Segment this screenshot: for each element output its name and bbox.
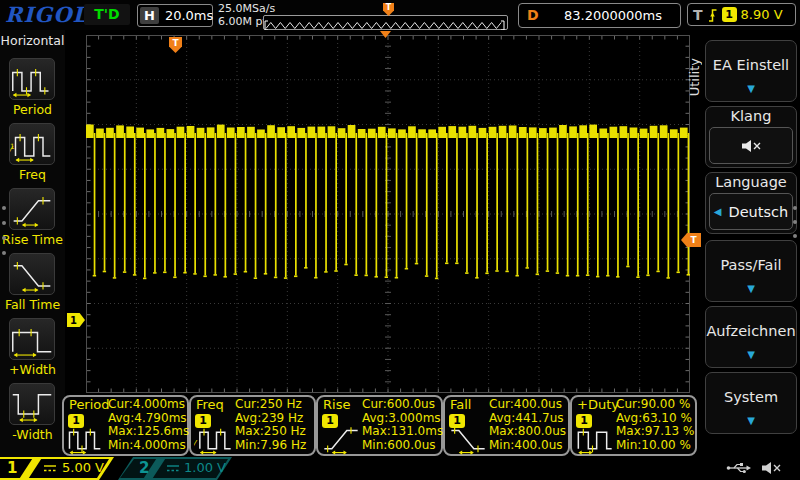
menu-page-dot xyxy=(2,236,6,240)
chevron-down-icon: ▼ xyxy=(706,349,796,360)
rise-time-icon xyxy=(9,188,55,230)
menu-button-aufzeichnen[interactable]: Aufzeichnen ▼ xyxy=(705,306,797,368)
menu-item-label: -Width xyxy=(0,427,69,442)
stat-value: 10.00 % xyxy=(641,438,691,452)
stat-value: 400.0us xyxy=(514,397,562,411)
language-select-button[interactable]: ◀ Deutsch xyxy=(709,193,793,230)
measurement-fall[interactable]: Fall 1 Cur:400.0us Avg:441.7us Max:800.0… xyxy=(443,395,570,456)
stat-value: 63.10 % xyxy=(642,411,692,425)
stat-value: 400.0us xyxy=(514,438,562,452)
menu-button-system[interactable]: System ▼ xyxy=(705,372,797,434)
waveform-display: T 1 T xyxy=(65,30,702,457)
measurement-rise[interactable]: Rise 1 Cur:600.0us Avg:3.000ms Max:131.0… xyxy=(316,395,443,456)
channel-bar: 1 5.00 V 2 1.00 V xyxy=(0,457,800,480)
trigger-marker-letter: T xyxy=(690,235,696,245)
menu-button-klang[interactable]: Klang xyxy=(705,106,797,168)
stat-value: 4.000ms xyxy=(133,438,185,452)
freq-icon: ⁄ 1 xyxy=(9,123,55,165)
speaker-muted-icon xyxy=(740,139,762,153)
measurement-stats: Cur:400.0us Avg:441.7us Max:800.0us Min:… xyxy=(489,398,566,452)
measurement-plus-duty[interactable]: +Duty 1 Cur:90.00 % Avg:63.10 % Max:97.1… xyxy=(570,395,697,456)
measurement-label: Rise xyxy=(323,397,350,412)
duty-cycle-icon xyxy=(575,421,615,459)
menu-button-label: Pass/Fail xyxy=(706,257,796,273)
rigol-logo: RIGOL xyxy=(5,2,88,27)
status-bar: RIGOL T'D H 20.0ms 25.0MSa/s 6.00M pts T… xyxy=(0,0,800,30)
stat-value: 239 Hz xyxy=(261,411,303,425)
fall-time-icon xyxy=(448,421,488,459)
stat-value: 441.7us xyxy=(515,411,563,425)
measurement-period[interactable]: Period 1 Cur:4.000ms Avg:4.790ms Max:125… xyxy=(62,395,189,456)
measurement-freq[interactable]: Freq 1 ⁄ Cur:250 Hz Avg:239 Hz Max:250 H… xyxy=(189,395,316,456)
channel-1-badge[interactable]: 1 5.00 V xyxy=(0,457,114,480)
menu-button-label: EA Einstell xyxy=(706,57,796,73)
menu-button-label: Klang xyxy=(706,108,796,124)
menu-page-dot xyxy=(2,251,6,255)
stat-value: 3.000ms xyxy=(388,411,440,425)
channel-number: 1 xyxy=(7,459,17,477)
plus-width-icon xyxy=(9,318,55,360)
chevron-down-icon: ▼ xyxy=(706,415,796,426)
measurement-stats: Cur:4.000ms Avg:4.790ms Max:125.6ms Min:… xyxy=(108,398,189,452)
delay-label: D xyxy=(527,7,539,23)
rise-time-icon xyxy=(321,421,361,459)
stat-value: 7.96 Hz xyxy=(260,438,306,452)
horizontal-label: H xyxy=(140,7,159,24)
menu-button-label: Aufzeichnen xyxy=(706,323,796,339)
delay-value: 83.2000000ms xyxy=(553,8,673,23)
dc-coupling-icon xyxy=(166,464,180,473)
measurement-stats: Cur:250 Hz Avg:239 Hz Max:250 Hz Min:7.9… xyxy=(235,398,306,452)
trigger-box: T 1 8.90 V xyxy=(687,3,796,26)
sound-toggle-button[interactable] xyxy=(709,127,793,164)
timebase-value: 20.0ms xyxy=(165,8,213,23)
trigger-label: T xyxy=(693,7,703,23)
channel-2-badge[interactable]: 2 1.00 V xyxy=(118,457,232,480)
menu-button-language[interactable]: Language ◀ Deutsch xyxy=(705,172,797,234)
menu-item-label: Fall Time xyxy=(0,297,69,312)
stat-value: 600.0us xyxy=(387,438,435,452)
menu-button-label: Language xyxy=(706,174,796,190)
stat-value: 800.0us xyxy=(518,424,566,438)
trigger-status-badge: T'D xyxy=(84,4,130,25)
minus-width-icon xyxy=(9,383,55,425)
channel-number: 2 xyxy=(139,459,149,477)
right-menu: EA Einstell ▼ Klang Language ◀ Deutsch P… xyxy=(702,30,800,458)
chevron-left-icon: ◀ xyxy=(714,206,722,217)
svg-text:1: 1 xyxy=(10,143,15,152)
chevron-down-icon: ▼ xyxy=(706,83,796,94)
ch1-ground-marker[interactable]: 1 xyxy=(67,313,85,327)
stat-value: 600.0us xyxy=(387,397,435,411)
graticule xyxy=(86,35,690,393)
rising-edge-icon xyxy=(707,7,718,23)
period-icon xyxy=(67,421,107,459)
timebase-box: H 20.0ms xyxy=(137,4,213,27)
left-menu-title: Horizontal xyxy=(0,33,65,48)
stat-value: 250 Hz xyxy=(264,424,306,438)
stat-value: 125.6ms xyxy=(137,424,189,438)
speaker-muted-icon xyxy=(760,461,782,475)
period-icon xyxy=(9,58,55,100)
stat-value: 250 Hz xyxy=(260,397,302,411)
usb-icon xyxy=(726,461,752,475)
memory-position-strip xyxy=(263,15,508,30)
sample-rate-value: 25.0MSa/s xyxy=(218,2,275,15)
menu-button-label: System xyxy=(706,389,796,405)
stat-value: 4.790ms xyxy=(134,411,186,425)
language-value: Deutsch xyxy=(729,204,789,220)
menu-button-pass-fail[interactable]: Pass/Fail ▼ xyxy=(705,240,797,302)
menu-button-ea-einstell[interactable]: EA Einstell ▼ xyxy=(705,40,797,102)
dc-coupling-icon xyxy=(43,464,57,473)
menu-page-dot xyxy=(793,220,797,224)
system-icons xyxy=(726,461,782,475)
right-menu-title: Utility xyxy=(687,58,702,96)
measurement-stats: Cur:90.00 % Avg:63.10 % Max:97.13 % Min:… xyxy=(616,398,694,452)
channel-scale: 5.00 V xyxy=(62,460,104,475)
trigger-level-value: 8.90 V xyxy=(741,7,783,22)
stat-value: 90.00 % xyxy=(641,397,691,411)
delay-box: D 83.2000000ms xyxy=(518,3,681,28)
menu-item-label: +Width xyxy=(0,362,69,377)
fall-time-icon xyxy=(9,253,55,295)
measurement-label: Fall xyxy=(450,397,471,412)
measurement-label: +Duty xyxy=(577,397,619,412)
measurement-label: Period xyxy=(69,397,110,412)
